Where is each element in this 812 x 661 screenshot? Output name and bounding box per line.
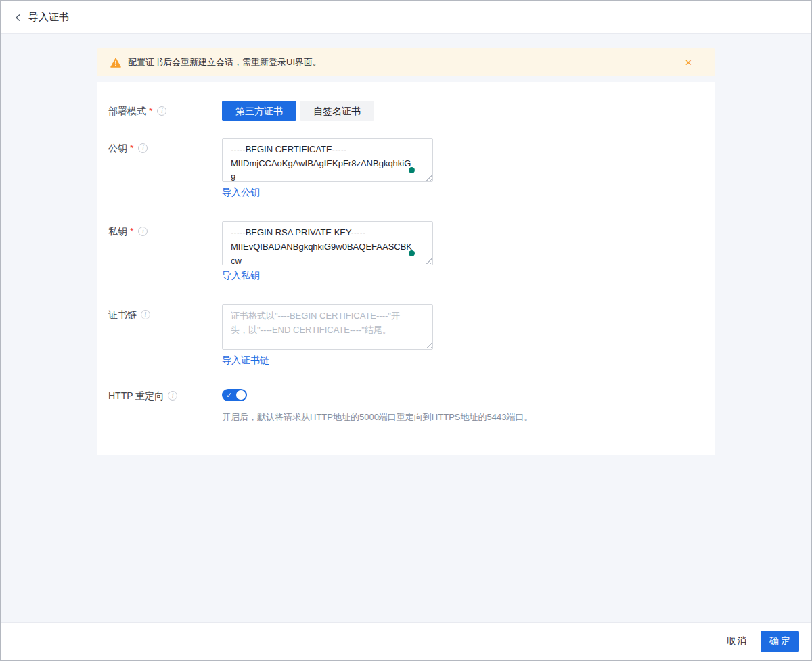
import-private-key-link[interactable]: 导入私钥: [222, 270, 260, 282]
cert-chain-textarea[interactable]: [222, 304, 433, 350]
required-mark: *: [130, 142, 133, 154]
private-key-label: 私钥*i: [108, 221, 222, 282]
info-icon[interactable]: i: [157, 106, 166, 116]
http-redirect-toggle[interactable]: ✓: [222, 389, 247, 401]
page-header: 导入证书: [1, 1, 811, 34]
public-key-field-wrap: -----BEGIN CERTIFICATE----- MIIDmjCCAoKg…: [222, 138, 433, 182]
chevron-left-icon: [14, 13, 23, 22]
valid-status-dot: [409, 250, 415, 256]
tab-third-party-cert[interactable]: 第三方证书: [222, 101, 296, 121]
http-redirect-row: HTTP 重定向i ✓ 开启后，默认将请求从HTTP地址的5000端口重定向到H…: [108, 389, 715, 424]
warning-banner: 配置证书后会重新建立会话，需重新登录UI界面。 ✕: [97, 48, 715, 76]
info-icon[interactable]: i: [168, 391, 177, 401]
footer-bar: 取消 确定: [1, 622, 811, 660]
cert-chain-row: 证书链i 导入证书链: [108, 304, 715, 367]
private-key-textarea[interactable]: -----BEGIN RSA PRIVATE KEY----- MIIEvQIB…: [222, 221, 433, 265]
public-key-label: 公钥*i: [108, 138, 222, 199]
private-key-row: 私钥*i -----BEGIN RSA PRIVATE KEY----- MII…: [108, 221, 715, 282]
http-redirect-helper: 开启后，默认将请求从HTTP地址的5000端口重定向到HTTPS地址的5443端…: [222, 411, 533, 424]
private-key-field-wrap: -----BEGIN RSA PRIVATE KEY----- MIIEvQIB…: [222, 221, 433, 265]
page-title: 导入证书: [28, 11, 69, 24]
import-public-key-link[interactable]: 导入公钥: [222, 187, 260, 199]
form-card: 部署模式*i 第三方证书 自签名证书 公钥*i -----BEGIN CERTI…: [97, 82, 715, 455]
back-button[interactable]: 导入证书: [14, 11, 69, 24]
deploy-mode-label: 部署模式*i: [108, 101, 222, 121]
tab-self-signed-cert[interactable]: 自签名证书: [300, 101, 374, 121]
valid-status-dot: [409, 167, 415, 173]
import-cert-chain-link[interactable]: 导入证书链: [222, 355, 269, 367]
cancel-button[interactable]: 取消: [727, 635, 747, 647]
deploy-mode-row: 部署模式*i 第三方证书 自签名证书: [108, 101, 715, 121]
warning-icon: [110, 58, 121, 68]
deploy-mode-tabs: 第三方证书 自签名证书: [222, 101, 374, 121]
cert-chain-field-wrap: [222, 304, 433, 350]
http-redirect-label: HTTP 重定向i: [108, 389, 222, 424]
close-icon[interactable]: ✕: [685, 58, 692, 67]
required-mark: *: [149, 105, 152, 117]
public-key-textarea[interactable]: -----BEGIN CERTIFICATE----- MIIDmjCCAoKg…: [222, 138, 433, 182]
required-mark: *: [130, 225, 133, 237]
info-icon[interactable]: i: [141, 310, 150, 319]
page-body: 配置证书后会重新建立会话，需重新登录UI界面。 ✕ 部署模式*i 第三方证书 自…: [1, 34, 811, 622]
confirm-button[interactable]: 确定: [761, 631, 799, 652]
info-icon[interactable]: i: [138, 143, 148, 153]
import-certificate-page: 导入证书 配置证书后会重新建立会话，需重新登录UI界面。 ✕ 部署模: [0, 0, 812, 661]
cert-chain-label: 证书链i: [108, 304, 222, 367]
public-key-row: 公钥*i -----BEGIN CERTIFICATE----- MIIDmjC…: [108, 138, 715, 199]
check-icon: ✓: [226, 390, 232, 401]
info-icon[interactable]: i: [138, 227, 148, 236]
toggle-knob: [236, 390, 246, 400]
warning-text: 配置证书后会重新建立会话，需重新登录UI界面。: [128, 56, 685, 68]
